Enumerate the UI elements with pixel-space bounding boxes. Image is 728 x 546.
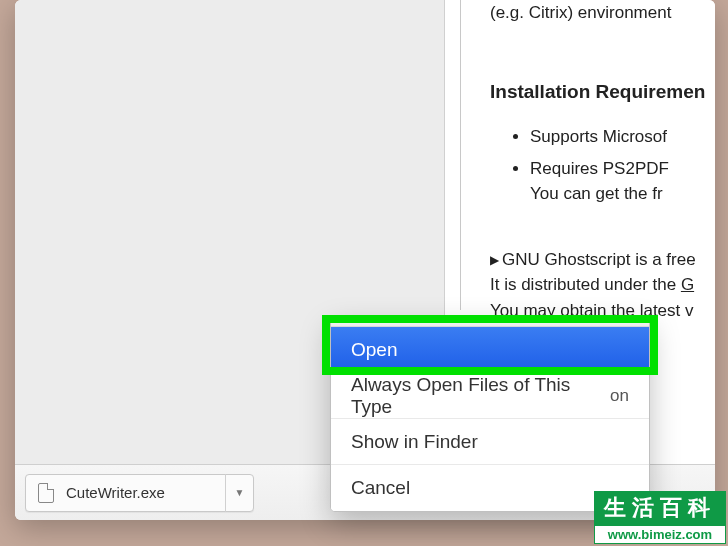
menu-item-open[interactable]: Open — [331, 327, 649, 373]
triangle-bullet-icon: ▶ — [490, 251, 499, 269]
req-item-2: Requires PS2PDF You can get the fr — [530, 156, 715, 207]
requirements-list: Supports Microsof Requires PS2PDF You ca… — [530, 124, 715, 207]
download-context-menu: Open Always Open Files of This Type on S… — [330, 318, 650, 512]
gnu-ghostscript-note: ▶GNU Ghostscript is a free It is distrib… — [490, 247, 715, 324]
text-citrix: (e.g. Citrix) environment — [490, 0, 715, 26]
req-item-2-line2: You can get the fr — [530, 184, 663, 203]
menu-item-show-in-finder[interactable]: Show in Finder — [331, 419, 649, 465]
menu-item-open-label: Open — [351, 339, 397, 361]
page-divider-line — [460, 0, 461, 310]
menu-item-cancel-label: Cancel — [351, 477, 410, 499]
watermark-url: www.bimeiz.com — [594, 525, 726, 544]
watermark: 生活百科 www.bimeiz.com — [594, 491, 726, 544]
req-item-1: Supports Microsof — [530, 124, 715, 150]
file-icon — [38, 483, 54, 503]
gnu-line-2a: It is distributed under the — [490, 275, 681, 294]
download-filename: CuteWriter.exe — [66, 484, 225, 501]
gnu-link-fragment[interactable]: G — [681, 275, 694, 294]
chevron-down-icon[interactable]: ▼ — [225, 474, 253, 512]
menu-item-always-open-trail: on — [610, 386, 629, 406]
req-item-2-line1: Requires PS2PDF — [530, 159, 669, 178]
menu-item-show-label: Show in Finder — [351, 431, 478, 453]
watermark-title: 生活百科 — [594, 491, 726, 525]
gnu-line-3: You may obtain the latest v — [490, 301, 694, 320]
heading-install-req: Installation Requiremen — [490, 78, 715, 107]
menu-titlebar — [331, 319, 649, 327]
download-chip[interactable]: CuteWriter.exe ▼ — [25, 474, 254, 512]
gnu-line-1: GNU Ghostscript is a free — [502, 250, 696, 269]
menu-item-always-open-label: Always Open Files of This Type — [351, 374, 610, 418]
menu-item-always-open[interactable]: Always Open Files of This Type on — [331, 373, 649, 419]
